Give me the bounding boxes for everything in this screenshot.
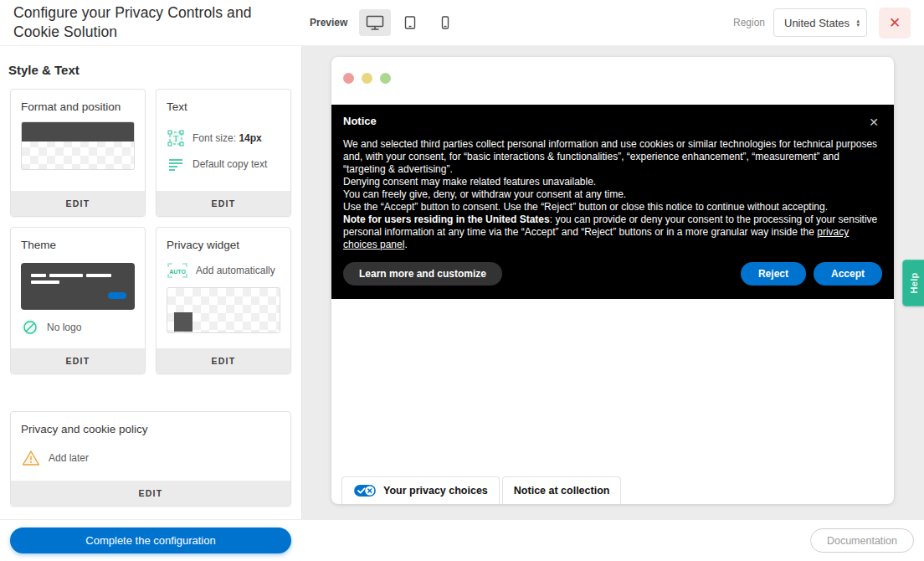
notice-at-collection-label: Notice at collection — [514, 485, 610, 497]
accept-button[interactable]: Accept — [814, 262, 882, 286]
documentation-button[interactable]: Documentation — [810, 528, 914, 553]
privacy-widget-thumbnail — [167, 287, 280, 333]
cookie-notice-banner: Notice ✕ We and selected third parties c… — [331, 105, 894, 299]
font-size-value: 14px — [239, 132, 261, 144]
close-icon: ✕ — [889, 14, 901, 32]
notice-close-icon: ✕ — [869, 116, 879, 129]
close-configurator-button[interactable]: ✕ — [879, 8, 911, 39]
top-header: Configure your Privacy Controls and Cook… — [0, 0, 924, 46]
browser-traffic-lights — [343, 73, 391, 84]
format-position-edit-button[interactable]: EDIT — [11, 191, 145, 216]
format-position-card: Format and position EDIT — [10, 89, 146, 217]
privacy-policy-card: Privacy and cookie policy Add later EDIT — [10, 411, 291, 507]
preview-bottom-tabs: Your privacy choices Notice at collectio… — [341, 476, 624, 504]
select-arrows-icon: ▴▾ — [856, 18, 860, 27]
theme-thumb-button — [108, 292, 126, 299]
footer-bar: Complete the configuration Documentation — [0, 519, 924, 561]
your-privacy-choices-tab[interactable]: Your privacy choices — [341, 476, 500, 504]
privacy-policy-title: Privacy and cookie policy — [11, 412, 290, 440]
privacy-choices-toggle-icon — [353, 484, 377, 497]
privacy-widget-edit-button[interactable]: EDIT — [157, 348, 290, 373]
traffic-red-icon — [343, 73, 354, 84]
preview-label: Preview — [310, 17, 347, 28]
add-automatically-label: Add automatically — [196, 265, 275, 276]
format-position-title: Format and position — [11, 90, 145, 118]
auto-icon: AUTO — [167, 261, 188, 280]
mobile-icon — [440, 14, 450, 31]
preview-device-switcher: Preview — [310, 9, 461, 36]
notice-body: We and selected third parties collect pe… — [343, 138, 882, 251]
your-privacy-choices-label: Your privacy choices — [383, 485, 488, 497]
notice-paragraph-4: Use the “Accept” button to consent. Use … — [343, 201, 828, 213]
notice-note-end: . — [404, 239, 407, 250]
preview-tablet-button[interactable] — [394, 9, 426, 36]
style-sidebar: Style & Text Format and position EDIT Te… — [0, 46, 302, 519]
warning-icon — [21, 449, 41, 467]
no-logo-label: No logo — [47, 322, 81, 333]
traffic-green-icon — [380, 73, 391, 84]
region-group: Region United States ▴▾ — [733, 8, 867, 37]
tablet-icon — [403, 14, 417, 31]
notice-note-bold: Note for users residing in the United St… — [343, 214, 550, 225]
text-card-title: Text — [157, 90, 290, 118]
notice-paragraph-3: You can freely give, deny, or withdraw y… — [343, 188, 626, 200]
preview-area: Notice ✕ We and selected third parties c… — [302, 46, 924, 519]
region-select-value: United States — [784, 17, 856, 29]
preview-mobile-button[interactable] — [429, 9, 461, 36]
theme-card: Theme No — [10, 227, 146, 374]
notice-paragraph-1: We and selected third parties collect pe… — [343, 138, 877, 175]
browser-mockup: Notice ✕ We and selected third parties c… — [331, 57, 894, 504]
theme-title: Theme — [11, 228, 145, 256]
copy-text-label: Default copy text — [192, 158, 267, 170]
theme-thumbnail — [21, 263, 135, 310]
notice-paragraph-2: Denying consent may make related feature… — [343, 176, 596, 188]
learn-more-button[interactable]: Learn more and customize — [343, 262, 502, 286]
notice-title: Notice — [343, 115, 377, 127]
privacy-widget-card: Privacy widget AUTO Add automatically — [156, 227, 291, 374]
region-label: Region — [733, 17, 765, 28]
format-position-thumbnail — [21, 121, 135, 170]
notice-close-button[interactable]: ✕ — [865, 115, 882, 130]
preview-desktop-button[interactable] — [359, 9, 391, 36]
page-title: Configure your Privacy Controls and Cook… — [13, 3, 298, 42]
font-size-icon: T — [167, 129, 185, 147]
svg-text:T: T — [173, 134, 178, 143]
copy-text-icon — [167, 155, 185, 173]
traffic-yellow-icon — [362, 73, 372, 84]
privacy-policy-edit-button[interactable]: EDIT — [11, 481, 290, 506]
desktop-icon — [365, 14, 385, 31]
font-size-row: Font size: 14px — [192, 132, 262, 144]
text-edit-button[interactable]: EDIT — [157, 191, 290, 216]
text-card: Text T Font size: — [156, 89, 291, 217]
section-title: Style & Text — [8, 63, 293, 77]
no-logo-icon — [21, 318, 39, 337]
theme-edit-button[interactable]: EDIT — [11, 348, 145, 373]
reject-button[interactable]: Reject — [741, 262, 806, 286]
svg-text:AUTO: AUTO — [169, 269, 186, 275]
notice-at-collection-tab[interactable]: Notice at collection — [502, 476, 622, 504]
add-later-label: Add later — [49, 452, 89, 464]
region-select[interactable]: United States ▴▾ — [773, 8, 867, 37]
help-tab[interactable]: Help — [902, 260, 924, 306]
complete-configuration-button[interactable]: Complete the configuration — [10, 528, 291, 553]
help-tab-label: Help — [909, 272, 919, 293]
privacy-widget-title: Privacy widget — [157, 228, 290, 256]
